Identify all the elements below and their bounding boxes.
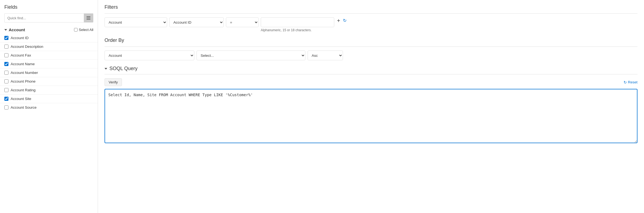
- soql-title: SOQL Query: [109, 66, 137, 71]
- field-item: Account Phone: [0, 77, 98, 86]
- field-checkbox[interactable]: [4, 79, 8, 83]
- search-bar: [4, 13, 93, 23]
- field-label: Account Rating: [11, 88, 36, 92]
- group-header-left[interactable]: Account: [4, 27, 25, 32]
- field-checkbox[interactable]: [4, 62, 8, 66]
- filter-add-button[interactable]: +: [336, 18, 341, 23]
- left-panel: Fields Account Select All Account IDAcco…: [0, 0, 98, 213]
- filter-object-select[interactable]: Account: [105, 17, 167, 27]
- field-label: Account Description: [11, 45, 43, 49]
- field-item: Account Source: [0, 103, 98, 112]
- soql-chevron-icon: [105, 68, 107, 70]
- field-item: Account Number: [0, 68, 98, 77]
- field-label: Account Number: [11, 71, 38, 75]
- field-checkbox[interactable]: [4, 36, 8, 40]
- soql-divider: [105, 74, 637, 74]
- search-menu-button[interactable]: [84, 14, 93, 22]
- select-all-text: Select All: [79, 28, 93, 32]
- select-all-label[interactable]: Select All: [74, 28, 93, 32]
- filter-actions: + ↻: [336, 18, 346, 23]
- soql-title-group: SOQL Query: [105, 66, 137, 71]
- order-by-title: Order By: [105, 37, 637, 43]
- reset-button[interactable]: ↻ Reset: [624, 80, 637, 84]
- filter-refresh-button[interactable]: ↻: [343, 18, 346, 23]
- select-all-checkbox[interactable]: [74, 28, 78, 32]
- field-label: Account Fax: [11, 53, 31, 57]
- soql-section: SOQL Query Verify ↻ Reset Select Id, Nam…: [105, 66, 637, 144]
- field-checkbox[interactable]: [4, 45, 8, 49]
- order-by-section: Order By Account Select... Account ID Ac…: [105, 37, 637, 60]
- field-checkbox[interactable]: [4, 88, 8, 92]
- field-checkbox[interactable]: [4, 53, 8, 57]
- filter-value-input[interactable]: [261, 17, 334, 27]
- fields-title: Fields: [0, 4, 98, 13]
- filter-field-select[interactable]: Account ID Account Name Account Site: [169, 17, 224, 27]
- field-checkbox[interactable]: [4, 105, 8, 109]
- order-by-object-select[interactable]: Account: [105, 51, 194, 60]
- filter-operator-select[interactable]: = != < > LIKE IN: [226, 17, 259, 27]
- filter-hint: Alphanumeric, 15 or 18 characters.: [261, 28, 334, 32]
- field-label: Account Source: [11, 105, 36, 109]
- field-item: Account Description: [0, 42, 98, 51]
- field-checkbox[interactable]: [4, 97, 8, 101]
- field-label: Account Name: [11, 62, 35, 66]
- order-by-divider: [105, 46, 637, 47]
- filter-value-group: Alphanumeric, 15 or 18 characters.: [261, 17, 334, 32]
- filters-divider: [105, 13, 637, 14]
- field-item: Account Fax: [0, 51, 98, 60]
- field-item: Account Site: [0, 95, 98, 103]
- right-panel: Filters Account Account ID Account Name …: [98, 0, 644, 213]
- field-label: Account ID: [11, 36, 29, 40]
- soql-actions-row: SOQL Query: [105, 66, 637, 71]
- field-label: Account Site: [11, 97, 31, 101]
- filters-row: Account Account ID Account Name Account …: [105, 17, 637, 32]
- order-by-field-select[interactable]: Select... Account ID Account Name Accoun…: [197, 51, 305, 60]
- soql-buttons-row: Verify ↻ Reset: [105, 78, 637, 86]
- order-by-dir-select[interactable]: Asc Desc: [308, 51, 343, 60]
- group-header: Account Select All: [0, 25, 98, 34]
- verify-button[interactable]: Verify: [105, 78, 122, 86]
- field-label: Account Phone: [11, 79, 36, 83]
- field-item: Account ID: [0, 34, 98, 42]
- field-item: Account Name: [0, 60, 98, 68]
- hamburger-icon: [87, 16, 90, 20]
- filters-title: Filters: [105, 4, 637, 10]
- reset-label: Reset: [628, 80, 637, 84]
- reset-refresh-icon: ↻: [624, 80, 627, 84]
- soql-textarea[interactable]: Select Id, Name, Site FROM Account WHERE…: [105, 89, 637, 143]
- field-item: Account Rating: [0, 86, 98, 95]
- fields-list: Account IDAccount DescriptionAccount Fax…: [0, 34, 98, 209]
- group-name: Account: [9, 27, 25, 32]
- search-input[interactable]: [5, 14, 84, 22]
- field-checkbox[interactable]: [4, 71, 8, 75]
- chevron-down-icon: [4, 29, 7, 31]
- order-by-row: Account Select... Account ID Account Nam…: [105, 51, 637, 60]
